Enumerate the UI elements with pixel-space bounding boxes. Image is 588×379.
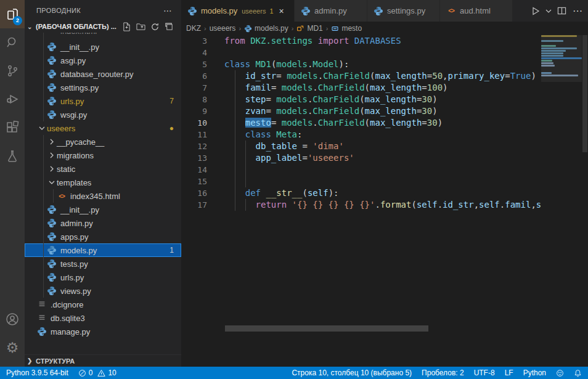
code-token: models xyxy=(276,59,308,69)
tree-file-settings.py[interactable]: settings.py xyxy=(25,81,181,94)
code-line-13[interactable]: 13 app_label='useeers' xyxy=(181,152,588,164)
split-editor-icon[interactable] xyxy=(555,4,568,18)
more-actions-icon[interactable]: ⋯ xyxy=(163,6,173,15)
tree-file-wsgi.py[interactable]: wsgi.py xyxy=(25,108,181,121)
minimap-slider[interactable] xyxy=(541,35,582,82)
tree-file-urls.py[interactable]: urls.py7 xyxy=(25,94,181,108)
code-line-16[interactable]: 16 def __str__(self): xyxy=(181,187,588,199)
run-debug-icon[interactable] xyxy=(0,85,25,113)
indent-guide xyxy=(245,152,246,164)
close-icon[interactable]: × xyxy=(279,6,284,16)
feedback-icon[interactable] xyxy=(556,369,564,377)
bell-icon[interactable] xyxy=(574,369,582,377)
tree-file-views.py[interactable]: views.py xyxy=(25,284,181,298)
code-line-10[interactable]: 10 mesto= models.CharField(max_length=30… xyxy=(181,117,588,129)
code-token: ) xyxy=(443,83,447,92)
outline-section-header[interactable]: ❯ СТРУКТУРА xyxy=(25,354,181,367)
code-token: 50 xyxy=(432,71,443,81)
tree-file-apps.py[interactable]: apps.py xyxy=(25,230,181,243)
tree-file-__init__.py[interactable]: __init__.py xyxy=(25,203,181,216)
tree-file-.dcignore[interactable]: .dcignore xyxy=(25,298,181,311)
tab-models.py[interactable]: models.pyuseeers1× xyxy=(181,0,295,22)
tree-file-index.html[interactable]: index.html xyxy=(25,33,181,40)
code-token: . xyxy=(500,200,505,210)
status-item[interactable]: Пробелов: 2 xyxy=(422,369,464,377)
tree-file-admin.py[interactable]: admin.py xyxy=(25,216,181,230)
tree-file-__init__.py[interactable]: __init__.py xyxy=(25,40,181,54)
run-dropdown-icon[interactable] xyxy=(545,4,552,18)
tree-folder-migrations[interactable]: migrations xyxy=(25,149,181,162)
tree-folder-templates[interactable]: templates xyxy=(25,176,181,189)
tree-folder-static[interactable]: static xyxy=(25,162,181,176)
code-line-7[interactable]: 7 famil= models.CharField(max_length=100… xyxy=(181,82,588,94)
code-token: ( xyxy=(365,118,370,128)
indent-guide xyxy=(43,189,44,203)
tab-settings.py[interactable]: settings.py xyxy=(367,0,440,22)
account-icon[interactable] xyxy=(0,305,25,333)
tree-file-database_roouter.py[interactable]: database_roouter.py xyxy=(25,67,181,81)
code-line-9[interactable]: 9 zvan= models.CharField(max_length=30) xyxy=(181,105,588,117)
code-line-3[interactable]: 3from DKZ.settings import DATABASES xyxy=(181,35,588,47)
tree-folder-__pycache__[interactable]: __pycache__ xyxy=(25,135,181,149)
chevron-right-icon xyxy=(47,152,57,158)
code-line-15[interactable]: 15 xyxy=(181,176,588,187)
indent-guide xyxy=(43,243,44,257)
status-item[interactable]: Строка 10, столбец 10 (выбрано 5) xyxy=(292,369,412,377)
indent-guide xyxy=(235,176,235,187)
more-actions-icon[interactable]: ⋯ xyxy=(571,4,584,18)
tree-file-index345.html[interactable]: <>index345.html xyxy=(25,189,181,203)
tree-file-asgi.py[interactable]: asgi.py xyxy=(25,54,181,67)
indent-guide xyxy=(245,199,246,211)
file-label: templates xyxy=(57,178,91,187)
vertical-scrollbar[interactable] xyxy=(582,35,588,332)
source-control-icon[interactable] xyxy=(0,57,25,85)
python-file-icon xyxy=(47,218,57,228)
problems-status[interactable]: 0 10 xyxy=(78,369,116,377)
settings-gear-icon[interactable]: ⚙ xyxy=(0,333,25,362)
extensions-icon[interactable] xyxy=(0,113,25,142)
tree-file-urls.py[interactable]: urls.py xyxy=(25,271,181,284)
new-folder-icon[interactable] xyxy=(136,22,145,31)
code-line-17[interactable]: 17 return '{} {} {} {} {}'.format(self.i… xyxy=(181,199,588,211)
breadcrumb-item-models.py[interactable]: models.py xyxy=(244,24,288,33)
python-interpreter[interactable]: Python 3.9.5 64-bit xyxy=(6,369,68,377)
code-line-5[interactable]: 5class MD1(models.Model): xyxy=(181,59,588,70)
code-line-11[interactable]: 11 class Meta: xyxy=(181,129,588,141)
workspace-section-header[interactable]: ⌄ (РАБОЧАЯ ОБЛАСТЬ) ... xyxy=(25,20,181,33)
tree-file-manage.py[interactable]: manage.py xyxy=(25,325,181,338)
code-line-4[interactable]: 4 xyxy=(181,47,588,59)
code-line-14[interactable]: 14 xyxy=(181,164,588,176)
code-token: ) xyxy=(432,106,437,116)
collapse-all-icon[interactable] xyxy=(165,22,174,31)
status-item[interactable]: Python xyxy=(523,369,546,377)
code-token: = xyxy=(266,94,276,104)
file-label: views.py xyxy=(60,287,91,296)
tree-folder-useeers[interactable]: useeers● xyxy=(25,121,181,135)
breadcrumb-item-MD1[interactable]: MD1 xyxy=(296,24,322,33)
status-item[interactable]: LF xyxy=(505,369,513,377)
code-line-8[interactable]: 8 step= models.CharField(max_length=30) xyxy=(181,94,588,105)
refresh-icon[interactable] xyxy=(150,22,160,31)
explorer-icon[interactable]: 2 xyxy=(0,0,25,28)
status-item[interactable]: UTF-8 xyxy=(474,369,495,377)
tree-file-models.py[interactable]: models.py1 xyxy=(25,243,181,257)
run-icon[interactable] xyxy=(529,4,542,18)
code-line-12[interactable]: 12 db_table = 'dima' xyxy=(181,141,588,152)
minimap[interactable] xyxy=(541,35,582,332)
tree-file-db.sqlite3[interactable]: db.sqlite3 xyxy=(25,311,181,325)
horizontal-scrollbar[interactable] xyxy=(225,325,428,332)
tab-admin.py[interactable]: admin.py xyxy=(295,0,367,22)
tab-aud.html[interactable]: <>aud.html xyxy=(440,0,513,22)
testing-icon[interactable] xyxy=(0,142,25,170)
code-editor[interactable]: 3from DKZ.settings import DATABASES45cla… xyxy=(181,35,588,367)
code-line-6[interactable]: 6 id_str= models.CharField(max_length=50… xyxy=(181,70,588,82)
breadcrumb-item-useeers[interactable]: useeers xyxy=(210,24,236,33)
tree-file-tests.py[interactable]: tests.py xyxy=(25,257,181,271)
search-icon[interactable] xyxy=(0,28,25,57)
breadcrumb-item-mesto[interactable]: mesto xyxy=(331,24,362,33)
new-file-icon[interactable] xyxy=(122,22,131,31)
breadcrumb-item-DKZ[interactable]: DKZ xyxy=(186,24,201,33)
line-number: 3 xyxy=(181,35,207,47)
indent-guide xyxy=(235,129,235,141)
file-label: migrations xyxy=(57,151,94,160)
